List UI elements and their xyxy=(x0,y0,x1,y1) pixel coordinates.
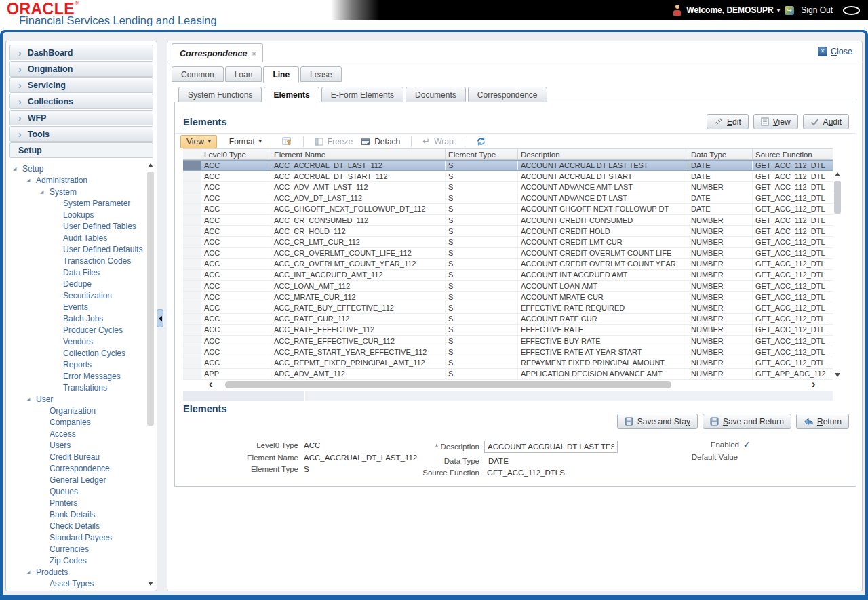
audit-button[interactable]: Audit xyxy=(803,114,849,129)
table-row[interactable]: ACC ACC_INT_ACCRUED_AMT_112 S ACCOUNT IN… xyxy=(183,270,833,281)
return-button[interactable]: Return xyxy=(796,414,849,429)
tree-item[interactable]: ◢ Dedupe xyxy=(6,278,157,289)
nav-menu-item[interactable]: › Origination xyxy=(9,61,153,77)
table-row[interactable]: APP ADC_ADV_AMT_112 S APPLICATION DECISI… xyxy=(183,369,833,380)
tree-item[interactable]: ◢ Transaction Codes xyxy=(6,255,157,266)
scroll-up-arrow[interactable] xyxy=(146,161,155,170)
table-row[interactable]: ACC ACC_ACCRUAL_DT_START_112 S ACCOUNT A… xyxy=(183,171,833,182)
tree-item[interactable]: ◢ Queues xyxy=(6,485,157,497)
product-tab[interactable]: Line xyxy=(263,66,299,83)
refresh-button[interactable] xyxy=(472,136,490,146)
tree-item[interactable]: ◢ Zip Codes xyxy=(6,555,157,566)
table-row[interactable]: ACC ACC_CR_OVERLMT_COUNT_LIFE_112 S ACCO… xyxy=(183,248,833,259)
tree-item[interactable]: ◢ Securitization xyxy=(6,289,157,301)
scroll-left-arrow[interactable]: ‹ xyxy=(209,378,212,390)
tree-item[interactable]: ◢ Currencies xyxy=(6,543,157,555)
scroll-down-arrow[interactable] xyxy=(146,579,155,588)
tree-item[interactable]: ◢ Vendors xyxy=(6,336,157,347)
edit-button[interactable]: Edit xyxy=(707,114,749,129)
view-button[interactable]: View xyxy=(753,114,798,129)
table-row[interactable]: ACC ACC_CR_OVERLMT_COUNT_YEAR_112 S ACCO… xyxy=(183,259,833,270)
section-tab[interactable]: Correspondence xyxy=(468,87,547,102)
tree-item[interactable]: ◢ Audit Tables xyxy=(6,232,157,243)
table-row[interactable]: ACC ACC_RATE_EFFECTIVE_112 S EFFECTIVE R… xyxy=(183,325,833,336)
tree-item[interactable]: ◢ Standard Payees xyxy=(6,532,157,543)
query-by-example-button[interactable] xyxy=(278,137,296,146)
column-header-element-type[interactable]: Element Type xyxy=(446,149,518,159)
column-header-description[interactable]: Description xyxy=(518,149,688,159)
section-tab[interactable]: E-Form Elements xyxy=(321,87,403,102)
tree-item[interactable]: ◢ Credit Bureau xyxy=(6,451,157,462)
view-menu-button[interactable]: View ▾ xyxy=(180,135,217,148)
nav-menu-item[interactable]: › DashBoard xyxy=(9,45,153,60)
enabled-check-icon[interactable]: ✓ xyxy=(743,440,750,449)
tree-item[interactable]: ◢ Producer Cycles xyxy=(6,324,157,336)
tree-item[interactable]: ◢ User Defined Tables xyxy=(6,220,157,232)
table-row[interactable]: ACC ACC_ADV_DT_LAST_112 S ACCOUNT ADVANC… xyxy=(183,193,833,204)
tree-item[interactable]: ◢ System xyxy=(6,186,157,197)
scroll-up-arrow[interactable] xyxy=(833,169,842,179)
section-tab[interactable]: System Functions xyxy=(178,87,262,102)
scroll-right-arrow[interactable]: › xyxy=(812,378,815,390)
table-row[interactable]: ACC ACC_CHGOFF_NEXT_FOLLOWUP_DT_112 S AC… xyxy=(183,204,833,215)
sidebar-collapse-handle[interactable] xyxy=(157,309,163,327)
tree-item[interactable]: ◢ Correspondence xyxy=(6,462,157,474)
table-row[interactable]: ACC ACC_RATE_EFFECTIVE_CUR_112 S EFFECTI… xyxy=(183,336,833,346)
table-row[interactable]: ACC ACC_CR_HOLD_112 S ACCOUNT CREDIT HOL… xyxy=(183,226,833,237)
table-row[interactable]: ACC ACC_CR_LMT_CUR_112 S ACCOUNT CREDIT … xyxy=(183,237,833,247)
tree-item[interactable]: ◢ General Ledger xyxy=(6,474,157,485)
nav-menu-item[interactable]: › Collections xyxy=(9,94,153,109)
table-row[interactable]: ACC ACC_RATE_START_YEAR_EFFECTIVE_112 S … xyxy=(183,346,833,357)
tree-item[interactable]: ◢ Users xyxy=(6,439,157,451)
column-header-element-name[interactable]: Element Name xyxy=(271,149,446,159)
tree-item[interactable]: ◢ Translations xyxy=(6,382,157,393)
column-header-level0-type[interactable]: Level0 Type xyxy=(201,149,271,159)
nav-menu-item[interactable]: › Servicing xyxy=(9,77,153,93)
tree-item[interactable]: ◢ Setup xyxy=(6,163,157,174)
user-menu[interactable]: Welcome, DEMOSUPR ▾ xyxy=(686,5,780,15)
close-tab-icon[interactable]: × xyxy=(252,49,256,58)
tree-item[interactable]: ◢ Collection Cycles xyxy=(6,347,157,359)
save-and-stay-button[interactable]: Save and Stay xyxy=(617,414,698,429)
column-header-source-function[interactable]: Source Function xyxy=(753,149,833,159)
tree-item[interactable]: ◢ Error Messages xyxy=(6,370,157,382)
tree-item[interactable]: ◢ User Defined Defaults xyxy=(6,243,157,255)
tree-item[interactable]: ◢ Companies xyxy=(6,416,157,428)
tree-item[interactable]: ◢ Bank Details xyxy=(6,508,157,520)
horizontal-scrollbar-thumb[interactable] xyxy=(225,381,671,388)
table-row[interactable]: ACC ACC_LOAN_AMT_112 S ACCOUNT LOAN AMT … xyxy=(183,281,833,292)
tree-item[interactable]: ◢ Index Rates xyxy=(6,589,157,591)
save-and-return-button[interactable]: Save and Return xyxy=(703,414,791,429)
tree-item[interactable]: ◢ Reports xyxy=(6,359,157,370)
tree-item[interactable]: ◢ Lookups xyxy=(6,209,157,220)
detach-button[interactable]: Detach xyxy=(357,137,404,146)
tree-item[interactable]: ◢ User xyxy=(6,393,157,405)
table-row[interactable]: ACC ACC_CR_CONSUMED_112 S ACCOUNT CREDIT… xyxy=(183,215,833,226)
tree-item[interactable]: ◢ Organization xyxy=(6,405,157,416)
nav-menu-item[interactable]: › WFP xyxy=(9,110,153,125)
tree-item[interactable]: ◢ Events xyxy=(6,301,157,313)
tree-item[interactable]: ◢ Check Details xyxy=(6,520,157,532)
table-row[interactable]: ACC ACC_MRATE_CUR_112 S ACCOUNT MRATE CU… xyxy=(183,292,833,302)
document-tab-correspondence[interactable]: Correspondence × xyxy=(172,43,263,62)
table-row[interactable]: ACC ACC_RATE_BUY_EFFECTIVE_112 S EFFECTI… xyxy=(183,302,833,313)
table-row[interactable]: ACC ACC_REPMT_FIXED_PRINCIPAL_AMT_112 S … xyxy=(183,357,833,368)
product-tab[interactable]: Common xyxy=(172,66,224,82)
nav-menu-item-setup[interactable]: Setup xyxy=(9,142,153,158)
product-tab[interactable]: Lease xyxy=(300,66,342,82)
tree-item[interactable]: ◢ Printers xyxy=(6,497,157,508)
tree-item[interactable]: ◢ Data Files xyxy=(6,266,157,278)
format-menu-button[interactable]: Format ▾ xyxy=(224,135,267,148)
tree-scrollbar-thumb[interactable] xyxy=(147,172,154,426)
table-row[interactable]: ACC ACC_RATE_CUR_112 S ACCOUNT RATE CUR … xyxy=(183,314,833,325)
sign-out-button[interactable]: Sign Out xyxy=(801,5,833,15)
product-tab[interactable]: Loan xyxy=(225,66,262,82)
table-row[interactable]: ACC ACC_ADV_AMT_LAST_112 S ACCOUNT ADVAN… xyxy=(183,182,833,193)
tree-item[interactable]: ◢ Administration xyxy=(6,174,157,186)
vertical-scrollbar-thumb[interactable] xyxy=(834,181,841,214)
tree-item[interactable]: ◢ Batch Jobs xyxy=(6,313,157,324)
section-tab[interactable]: Elements xyxy=(264,87,319,103)
column-header-data-type[interactable]: Data Type xyxy=(688,149,753,159)
tree-item[interactable]: ◢ Access xyxy=(6,428,157,439)
scroll-down-arrow[interactable] xyxy=(833,369,842,380)
